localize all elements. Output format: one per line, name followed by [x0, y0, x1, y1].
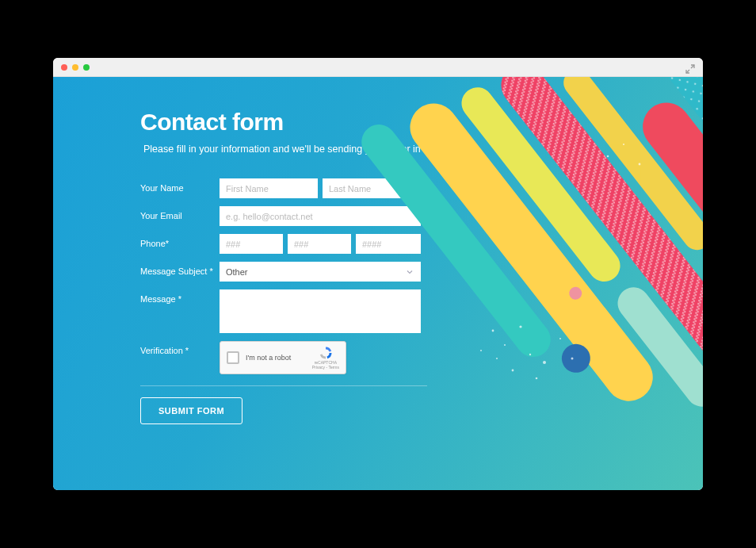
phone-label: Phone* — [140, 234, 220, 248]
window-controls — [61, 64, 90, 71]
message-row: Message * — [140, 289, 703, 333]
phone-part1-input[interactable] — [220, 234, 283, 254]
first-name-input[interactable] — [220, 178, 318, 198]
name-label: Your Name — [140, 178, 220, 193]
svg-point-29 — [639, 163, 641, 166]
email-row: Your Email — [140, 206, 703, 226]
name-row: Your Name — [140, 178, 703, 198]
verification-row: Verification * I'm not a robot reCAPTCHA… — [140, 341, 703, 374]
recaptcha-icon — [319, 346, 333, 360]
subject-selected-value: Other — [226, 267, 248, 277]
message-label: Message * — [140, 289, 220, 304]
phone-part3-input[interactable] — [356, 234, 421, 254]
window-titlebar — [53, 58, 703, 77]
svg-point-27 — [607, 155, 609, 158]
subject-row: Message Subject * Other — [140, 262, 703, 282]
subject-select[interactable]: Other — [220, 262, 421, 282]
svg-point-20 — [559, 338, 561, 339]
browser-window: Contact form Please fill in your informa… — [53, 58, 703, 490]
close-window-icon[interactable] — [61, 64, 67, 71]
phone-row: Phone* — [140, 234, 703, 254]
svg-rect-8 — [558, 77, 703, 255]
page-title: Contact form — [140, 109, 703, 136]
svg-point-24 — [536, 377, 538, 380]
maximize-window-icon[interactable] — [83, 64, 90, 71]
chevron-down-icon — [405, 267, 414, 277]
decorative-background — [53, 77, 703, 490]
submit-button[interactable]: SUBMIT FORM — [140, 397, 242, 424]
minimize-window-icon[interactable] — [72, 64, 78, 71]
email-input[interactable] — [220, 206, 421, 226]
message-textarea[interactable] — [220, 289, 421, 333]
verification-label: Verification * — [140, 341, 220, 355]
last-name-input[interactable] — [323, 178, 421, 198]
recaptcha-badge: reCAPTCHA Privacy - Terms — [312, 346, 339, 370]
form-divider — [140, 385, 427, 386]
page-content: Contact form Please fill in your informa… — [53, 77, 703, 490]
recaptcha-widget[interactable]: I'm not a robot reCAPTCHA Privacy - Term… — [220, 341, 346, 374]
recaptcha-text: I'm not a robot — [246, 354, 306, 362]
page-subtitle: Please fill in your information and we'l… — [140, 144, 703, 155]
email-label: Your Email — [140, 206, 220, 220]
subject-label: Message Subject * — [140, 262, 220, 276]
expand-icon[interactable] — [685, 63, 695, 77]
recaptcha-checkbox[interactable] — [227, 351, 239, 364]
phone-part2-input[interactable] — [288, 234, 351, 254]
